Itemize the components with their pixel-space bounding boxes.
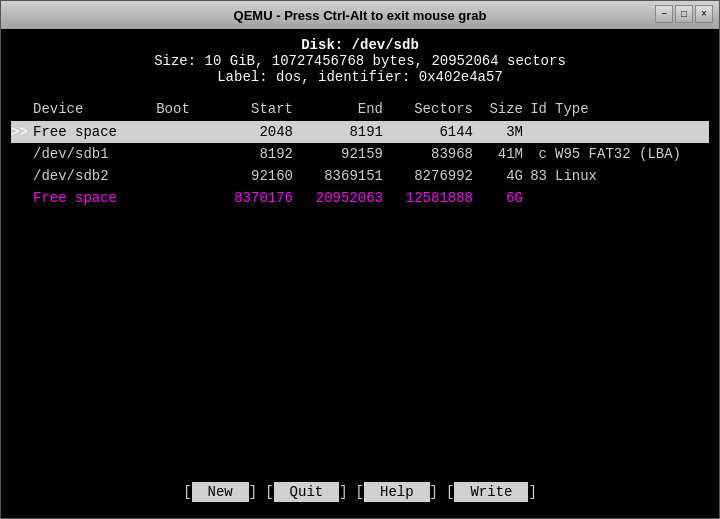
- new-button[interactable]: New: [192, 482, 249, 502]
- write-button-group: [ Write ]: [446, 482, 537, 502]
- row-start: 8192: [203, 146, 293, 162]
- col-header-start: Start: [203, 101, 293, 117]
- row-end: 8191: [293, 124, 383, 140]
- help-button-group: [ Help ]: [356, 482, 438, 502]
- terminal-content: Disk: /dev/sdb Size: 10 GiB, 10727456768…: [1, 29, 719, 518]
- row-start: 8370176: [203, 190, 293, 206]
- partition-table: Device Boot Start End Sectors Size Id Ty…: [1, 101, 719, 209]
- write-button[interactable]: Write: [454, 482, 528, 502]
- row-end: 92159: [293, 146, 383, 162]
- row-end: 20952063: [293, 190, 383, 206]
- row-end: 8369151: [293, 168, 383, 184]
- row-selector: >>: [11, 124, 33, 140]
- row-id: c: [527, 146, 547, 162]
- col-header-end: End: [293, 101, 383, 117]
- row-size: 41M: [473, 146, 523, 162]
- row-start: 92160: [203, 168, 293, 184]
- bracket-left: [: [446, 484, 454, 500]
- quit-button[interactable]: Quit: [274, 482, 340, 502]
- row-device: Free space: [33, 190, 143, 206]
- disk-label-prefix: Disk:: [301, 37, 351, 53]
- quit-button-group: [ Quit ]: [265, 482, 347, 502]
- row-start: 2048: [203, 124, 293, 140]
- disk-label-line: Label: dos, identifier: 0x402e4a57: [1, 69, 719, 85]
- col-header-sectors: Sectors: [383, 101, 473, 117]
- row-device: /dev/sdb1: [33, 146, 143, 162]
- bracket-right: ]: [528, 484, 536, 500]
- table-row[interactable]: Free space 8370176 20952063 12581888 6G: [11, 187, 709, 209]
- bracket-left: [: [183, 484, 191, 500]
- maximize-button[interactable]: □: [675, 5, 693, 23]
- new-button-group: [ New ]: [183, 482, 257, 502]
- bracket-right: ]: [249, 484, 257, 500]
- row-id: 83: [527, 168, 547, 184]
- row-type: W95 FAT32 (LBA): [555, 146, 681, 162]
- table-row[interactable]: >> Free space 2048 8191 6144 3M: [11, 121, 709, 143]
- disk-device: /dev/sdb: [352, 37, 419, 53]
- disk-name: Disk: /dev/sdb: [1, 37, 719, 53]
- row-sectors: 8276992: [383, 168, 473, 184]
- col-header-boot: Boot: [143, 101, 203, 117]
- row-device: Free space: [33, 124, 143, 140]
- minimize-button[interactable]: −: [655, 5, 673, 23]
- bracket-left: [: [265, 484, 273, 500]
- bracket-right: ]: [339, 484, 347, 500]
- row-sectors: 12581888: [383, 190, 473, 206]
- col-header-id: Id: [527, 101, 547, 117]
- help-button[interactable]: Help: [364, 482, 430, 502]
- row-device: /dev/sdb2: [33, 168, 143, 184]
- close-button[interactable]: ×: [695, 5, 713, 23]
- table-row[interactable]: /dev/sdb2 92160 8369151 8276992 4G 83 Li…: [11, 165, 709, 187]
- bracket-left: [: [356, 484, 364, 500]
- row-sectors: 6144: [383, 124, 473, 140]
- window: QEMU - Press Ctrl-Alt to exit mouse grab…: [0, 0, 720, 519]
- disk-size-line: Size: 10 GiB, 10727456768 bytes, 2095206…: [1, 53, 719, 69]
- col-header-type: Type: [555, 101, 589, 117]
- window-title: QEMU - Press Ctrl-Alt to exit mouse grab: [234, 8, 487, 23]
- table-header: Device Boot Start End Sectors Size Id Ty…: [11, 101, 709, 117]
- bracket-right: ]: [430, 484, 438, 500]
- titlebar: QEMU - Press Ctrl-Alt to exit mouse grab…: [1, 1, 719, 29]
- row-size: 3M: [473, 124, 523, 140]
- col-header-size: Size: [473, 101, 523, 117]
- titlebar-buttons: − □ ×: [655, 5, 713, 23]
- row-size: 4G: [473, 168, 523, 184]
- disk-info: Disk: /dev/sdb Size: 10 GiB, 10727456768…: [1, 37, 719, 85]
- row-size: 6G: [473, 190, 523, 206]
- table-row[interactable]: /dev/sdb1 8192 92159 83968 41M c W95 FAT…: [11, 143, 709, 165]
- row-sectors: 83968: [383, 146, 473, 162]
- col-header-device: Device: [33, 101, 143, 117]
- row-type: Linux: [555, 168, 597, 184]
- bottom-bar: [ New ] [ Quit ] [ Help ] [ Write ]: [1, 474, 719, 510]
